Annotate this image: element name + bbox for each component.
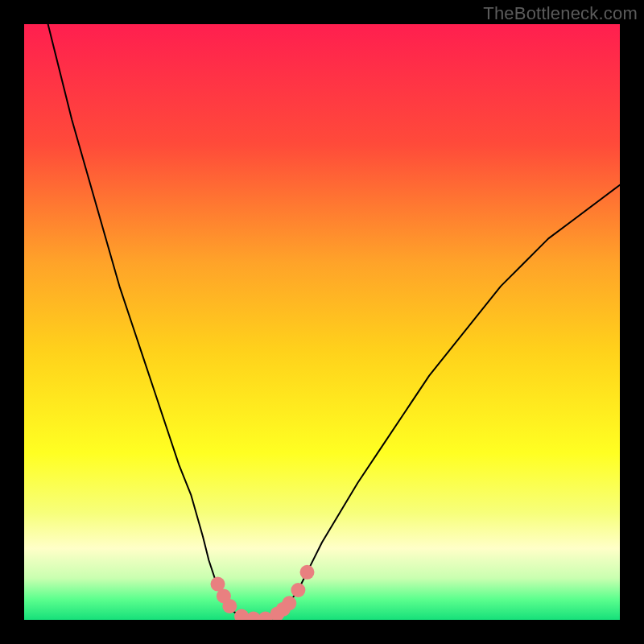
marker-dot [300,565,315,580]
chart-background [24,24,620,620]
watermark-text: TheBottleneck.com [483,3,638,24]
marker-dot [291,583,305,597]
chart-plot-area [24,24,620,620]
chart-frame: TheBottleneck.com [0,0,644,644]
chart-svg [24,24,620,620]
marker-dot [282,596,296,610]
marker-dot [222,599,237,613]
